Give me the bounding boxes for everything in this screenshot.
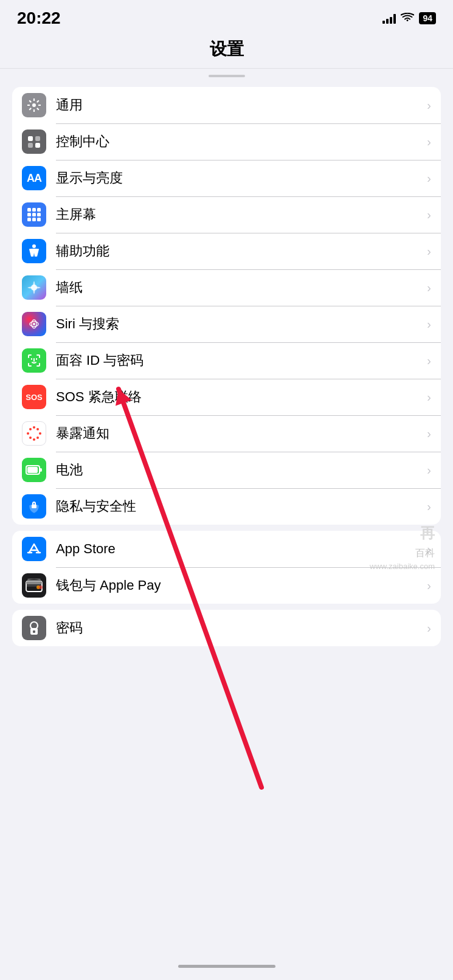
svg-point-29 [36,428,39,430]
svg-point-32 [33,438,35,441]
settings-item-faceid[interactable]: 面容 ID 与密码 › [12,342,441,379]
sos-chevron: › [427,390,431,404]
svg-point-35 [29,428,32,430]
display-chevron: › [427,171,431,185]
settings-item-sos[interactable]: SOS SOS 紧急联络 › [12,379,441,415]
settings-item-general[interactable]: 通用 › [12,87,441,123]
battery-indicator: 94 [419,12,436,24]
control-center-label: 控制中心 [56,133,422,151]
battery-icon [22,458,46,482]
display-icon: AA [22,166,46,190]
svg-rect-48 [33,630,35,633]
page-title-bar: 设置 [0,33,453,69]
appstore-label: App Store [56,541,422,557]
settings-item-display[interactable]: AA 显示与亮度 › [12,160,441,196]
wallet-chevron: › [427,579,431,593]
svg-rect-10 [35,136,40,141]
svg-rect-15 [37,208,41,212]
svg-rect-43 [26,581,42,584]
privacy-label: 隐私与安全性 [56,497,422,516]
svg-point-0 [32,103,36,107]
wallpaper-chevron: › [427,281,431,295]
svg-point-27 [33,323,35,325]
settings-item-privacy[interactable]: 隐私与安全性 › [12,488,441,525]
svg-rect-17 [32,213,36,216]
passwords-chevron: › [427,621,431,635]
battery-label: 电池 [56,461,422,479]
svg-line-5 [29,100,31,102]
svg-point-31 [36,437,39,439]
svg-rect-38 [27,467,38,473]
passwords-label: 密码 [56,619,422,637]
home-screen-label: 主屏幕 [56,205,422,224]
accessibility-icon [22,239,46,263]
exposure-chevron: › [427,427,431,441]
faceid-icon [22,348,46,373]
svg-rect-9 [28,136,33,141]
display-label: 显示与亮度 [56,169,422,187]
general-label: 通用 [56,96,422,114]
general-chevron: › [427,98,431,112]
svg-rect-21 [37,218,41,221]
svg-line-6 [37,108,39,110]
battery-chevron: › [427,463,431,477]
svg-point-30 [39,432,41,435]
svg-line-7 [37,100,39,102]
svg-point-34 [27,432,29,435]
settings-item-passwords[interactable]: 密码 › [12,610,441,646]
privacy-icon [22,494,46,519]
exposure-icon [22,421,46,446]
signal-icon [382,13,396,24]
wallpaper-icon [22,275,46,300]
wallet-label: 钱包与 Apple Pay [56,576,422,595]
svg-point-28 [33,426,35,429]
control-center-icon [22,129,46,154]
svg-rect-19 [27,218,31,221]
settings-group-3: 密码 › [12,610,441,646]
faceid-label: 面容 ID 与密码 [56,351,422,370]
svg-point-33 [29,437,32,439]
status-time: 20:22 [17,9,61,28]
siri-label: Siri 与搜索 [56,315,422,333]
home-bar [178,965,275,968]
accessibility-chevron: › [427,244,431,258]
wifi-icon [401,13,414,24]
settings-group-1: 通用 › 控制中心 › AA 显示与亮度 › [12,87,441,525]
settings-item-control-center[interactable]: 控制中心 › [12,123,441,160]
sos-label: SOS 紧急联络 [56,388,422,406]
general-icon [22,93,46,117]
svg-rect-20 [32,218,36,221]
page-title: 设置 [210,40,244,58]
svg-rect-16 [27,213,31,216]
status-bar: 20:22 94 [0,0,453,33]
svg-rect-13 [27,208,31,212]
faceid-chevron: › [427,354,431,368]
settings-item-battery[interactable]: 电池 › [12,452,441,488]
svg-point-45 [39,585,43,589]
svg-rect-18 [37,213,41,216]
scroll-hint [0,69,453,81]
sos-icon: SOS [22,385,46,409]
wallet-icon [22,573,46,598]
home-indicator [0,959,453,980]
settings-item-exposure[interactable]: 暴露通知 › [12,415,441,452]
control-center-chevron: › [427,135,431,149]
svg-rect-11 [28,143,33,148]
privacy-chevron: › [427,500,431,514]
home-screen-icon [22,202,46,227]
svg-rect-37 [40,468,42,472]
wallpaper-label: 墙纸 [56,278,422,297]
settings-item-wallpaper[interactable]: 墙纸 › [12,269,441,306]
settings-item-home-screen[interactable]: 主屏幕 › [12,196,441,233]
svg-rect-12 [35,143,40,148]
settings-item-siri[interactable]: Siri 与搜索 › [12,306,441,342]
svg-rect-14 [32,208,36,212]
passwords-icon [22,616,46,640]
watermark: 再 百科 www.zaibaike.com [370,522,435,573]
siri-chevron: › [427,317,431,331]
exposure-label: 暴露通知 [56,424,422,443]
svg-line-8 [29,108,31,110]
siri-icon [22,312,46,336]
settings-item-accessibility[interactable]: 辅助功能 › [12,233,441,269]
accessibility-label: 辅助功能 [56,242,422,260]
